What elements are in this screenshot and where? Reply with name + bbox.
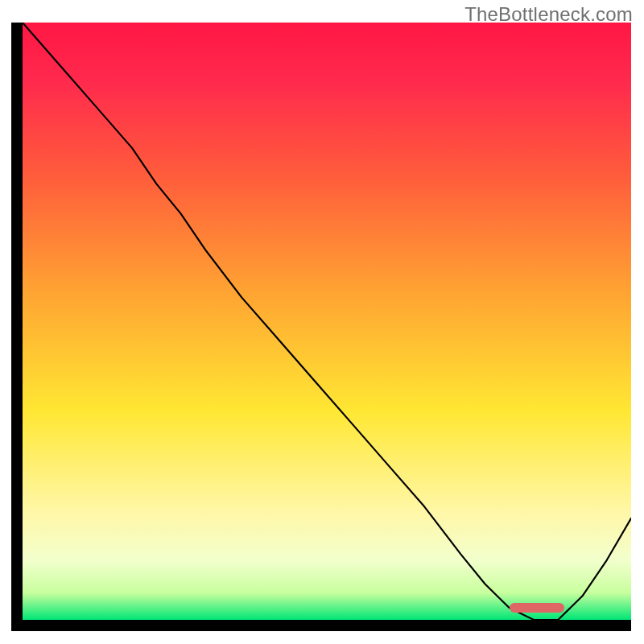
optimal-range-pill [510,603,564,613]
gradient-background [23,23,631,620]
plot-area [23,23,631,620]
plot-frame [11,23,631,631]
chart-svg [23,23,631,620]
watermark-text: TheBottleneck.com [464,3,633,26]
chart-stage: TheBottleneck.com [0,0,644,644]
